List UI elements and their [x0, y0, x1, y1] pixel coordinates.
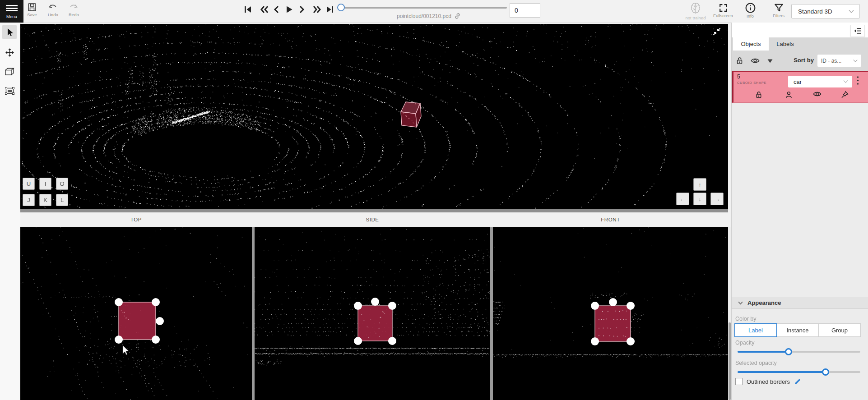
sort-by-label: Sort by	[786, 57, 814, 64]
redo-button[interactable]: Redo	[69, 2, 79, 17]
fast-forward-button[interactable]	[312, 5, 322, 14]
menu-button[interactable]: Menu	[0, 0, 23, 23]
ortho-views	[20, 227, 728, 400]
hotkey-o[interactable]: O	[56, 178, 68, 190]
panel-tabs: Objects Labels	[732, 37, 868, 51]
info-button[interactable]: Info	[742, 2, 758, 18]
save-button[interactable]: Save	[27, 2, 37, 17]
menu-label: Menu	[6, 14, 17, 19]
fullscreen-button[interactable]: Fullscreen	[712, 3, 734, 18]
hotkey-l[interactable]: L	[56, 194, 68, 206]
hotkey-k[interactable]: K	[39, 194, 51, 206]
object-visibility-button[interactable]	[813, 91, 820, 99]
outlined-borders-checkbox[interactable]	[735, 378, 743, 385]
prev-frame-button[interactable]	[273, 5, 280, 14]
top-view-overlay	[20, 227, 252, 400]
pointcloud-annotation-app: Menu Save Undo Redo pointcloud/001210.pc…	[0, 0, 868, 400]
edit-color-pencil-icon[interactable]	[794, 378, 801, 385]
filters-icon	[774, 3, 784, 13]
appearance-section-header[interactable]: Appearance	[732, 297, 868, 309]
opacity-label: Opacity	[735, 340, 754, 346]
skip-start-button[interactable]	[243, 5, 252, 14]
next-frame-button[interactable]	[298, 5, 306, 14]
object-row-selected[interactable]: 5 CUBOID SHAPE car	[732, 71, 868, 103]
nav-left-button[interactable]: ←	[676, 193, 689, 205]
tab-objects[interactable]: Objects	[733, 37, 769, 51]
main-3d-view[interactable]: U I O J K L ↑ ← ↓ →	[20, 24, 728, 209]
hotkey-u[interactable]: U	[23, 178, 35, 190]
opacity-slider-thumb[interactable]	[785, 348, 792, 355]
cuboid-icon	[5, 68, 14, 76]
redo-icon	[69, 2, 79, 12]
object-label-select[interactable]: car	[788, 76, 852, 87]
front-view-overlay	[493, 227, 728, 400]
link-icon[interactable]	[454, 13, 461, 19]
nav-up-button[interactable]: ↑	[693, 178, 706, 191]
play-button[interactable]	[284, 5, 293, 14]
object-assignee-button[interactable]	[785, 91, 792, 99]
side-view-label: SIDE	[255, 212, 490, 227]
object-shape-type: CUBOID SHAPE	[737, 81, 766, 85]
cuboid-top-face[interactable]	[119, 302, 156, 340]
chevron-down-icon	[843, 80, 848, 83]
collapse-panel-button[interactable]	[850, 25, 865, 37]
move-tool-button[interactable]	[2, 45, 17, 60]
sort-select[interactable]: ID - as...	[817, 55, 861, 67]
viewport-resize-handle[interactable]	[20, 209, 728, 212]
vertical-scrollbar[interactable]	[728, 227, 731, 400]
collapse-panel-icon	[854, 28, 862, 34]
filters-button[interactable]: Filters	[769, 3, 789, 18]
frame-slider-track[interactable]	[339, 7, 507, 9]
info-icon	[745, 2, 756, 14]
view-divider[interactable]	[252, 227, 255, 400]
side-view-overlay	[255, 227, 490, 400]
nav-down-button[interactable]: ↓	[693, 193, 706, 205]
toolbar: Menu Save Undo Redo pointcloud/001210.pc…	[0, 0, 868, 23]
cursor-icon	[6, 28, 14, 37]
cuboid-3d[interactable]	[401, 102, 421, 127]
fast-rewind-button[interactable]	[260, 5, 269, 14]
kebab-icon	[857, 76, 859, 86]
panel-header	[732, 23, 868, 37]
appearance-title: Appearance	[747, 299, 781, 306]
expand-all-button[interactable]	[767, 59, 773, 63]
object-lock-button[interactable]	[755, 91, 762, 99]
selected-opacity-slider-thumb[interactable]	[822, 368, 829, 376]
select-tool-button[interactable]	[2, 25, 17, 39]
hotkey-j[interactable]: J	[23, 194, 35, 206]
object-id: 5	[737, 74, 740, 80]
object-menu-button[interactable]	[857, 76, 859, 86]
undo-icon	[48, 2, 58, 12]
cuboid-side-face[interactable]	[358, 306, 392, 341]
shrink-view-button[interactable]	[712, 27, 722, 37]
sort-row: Sort by ID - as...	[732, 51, 868, 71]
fullscreen-icon	[718, 3, 729, 13]
color-by-label: Color by	[735, 316, 757, 322]
image-region-icon	[5, 87, 14, 95]
cuboid-tool-button[interactable]	[2, 64, 17, 79]
filename-text: pointcloud/001210.pcd	[397, 13, 451, 19]
view-mode-select[interactable]: Standard 3D	[791, 4, 860, 18]
frame-number-input[interactable]	[510, 3, 540, 18]
view-divider[interactable]	[490, 227, 493, 400]
selected-opacity-label: Selected opacity	[735, 360, 777, 366]
object-label-value: car	[788, 78, 843, 85]
scrollbar-thumb[interactable]	[729, 322, 731, 400]
color-by-instance-button[interactable]: Instance	[776, 323, 819, 337]
opacity-slider[interactable]	[738, 348, 860, 355]
frame-slider-thumb[interactable]	[337, 4, 345, 11]
color-by-group-button[interactable]: Group	[818, 323, 861, 337]
tab-labels[interactable]: Labels	[769, 37, 802, 51]
selected-opacity-slider[interactable]	[738, 368, 860, 376]
object-pin-button[interactable]	[841, 91, 848, 99]
show-all-button[interactable]	[751, 57, 760, 64]
chevron-down-icon	[738, 301, 743, 305]
skip-end-button[interactable]	[325, 5, 334, 14]
color-by-label-button[interactable]: Label	[734, 323, 777, 337]
color-by-group: Label Instance Group	[735, 323, 861, 337]
lock-all-button[interactable]	[736, 56, 743, 65]
image-tool-button[interactable]	[2, 83, 17, 98]
hotkey-i[interactable]: I	[39, 178, 51, 190]
nav-right-button[interactable]: →	[710, 193, 724, 205]
undo-button[interactable]: Undo	[48, 2, 58, 17]
